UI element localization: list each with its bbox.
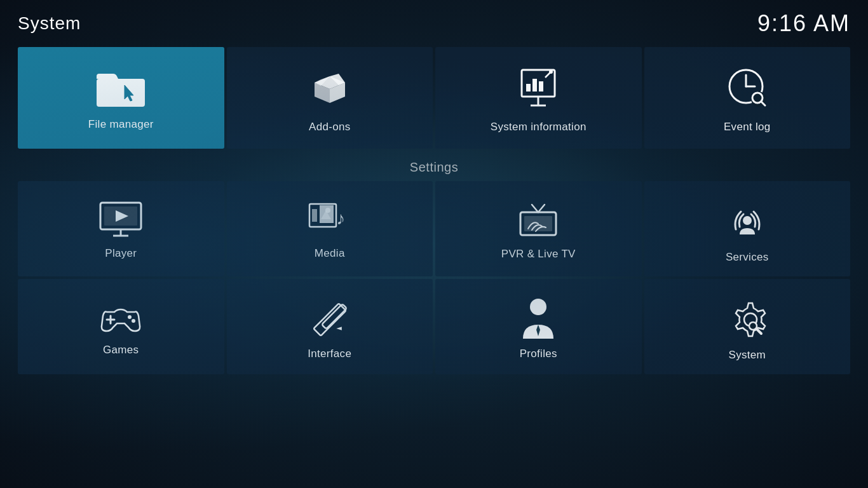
svg-point-25 — [325, 208, 330, 213]
addons-icon — [307, 65, 353, 111]
tile-pvr-live-tv[interactable]: PVR & Live TV — [435, 181, 642, 276]
page-title: System — [18, 13, 81, 34]
clock: 9:16 AM — [757, 10, 850, 37]
tile-file-manager-label: File manager — [88, 118, 154, 131]
svg-rect-0 — [97, 79, 145, 107]
tile-file-manager[interactable]: File manager — [18, 47, 224, 149]
settings-row2-grid: Games Interface Profiles — [0, 279, 868, 374]
profiles-icon — [519, 295, 557, 339]
tile-system-info-label: System information — [491, 121, 587, 133]
svg-marker-38 — [336, 325, 343, 332]
tile-event-log-label: Event log — [724, 121, 771, 133]
system-info-icon — [515, 65, 561, 111]
interface-icon — [307, 295, 353, 339]
services-icon — [724, 196, 770, 242]
svg-point-9 — [549, 70, 553, 74]
svg-point-34 — [128, 315, 132, 319]
svg-point-31 — [743, 216, 752, 225]
tile-system-label: System — [729, 349, 766, 362]
tile-games-label: Games — [103, 344, 139, 356]
tile-games[interactable]: Games — [18, 279, 224, 374]
settings-row1-grid: Player ♪ Media — [0, 181, 868, 276]
tile-media[interactable]: ♪ Media — [227, 181, 433, 276]
settings-section-title: Settings — [0, 160, 868, 175]
pvr-icon — [515, 200, 561, 239]
svg-rect-7 — [539, 81, 543, 92]
svg-point-43 — [749, 322, 757, 330]
tile-interface-label: Interface — [308, 348, 351, 360]
svg-line-28 — [538, 205, 545, 212]
tile-event-log[interactable]: Event log — [644, 47, 851, 149]
tile-profiles-label: Profiles — [520, 348, 557, 360]
svg-rect-22 — [312, 209, 317, 222]
tile-player-label: Player — [105, 247, 137, 260]
tile-media-label: Media — [315, 247, 345, 260]
tile-profiles[interactable]: Profiles — [435, 279, 642, 374]
tile-add-ons[interactable]: Add-ons — [227, 47, 433, 149]
folder-icon — [95, 67, 146, 108]
header: System 9:16 AM — [0, 0, 868, 47]
tile-add-ons-label: Add-ons — [309, 121, 350, 133]
tile-system-information[interactable]: System information — [435, 47, 642, 149]
games-icon — [98, 299, 144, 335]
player-icon — [98, 200, 144, 238]
media-icon: ♪ — [307, 200, 353, 238]
svg-text:♪: ♪ — [336, 208, 345, 228]
svg-point-35 — [132, 319, 135, 323]
tile-services[interactable]: Services — [644, 181, 851, 276]
svg-rect-36 — [313, 304, 346, 336]
svg-point-39 — [530, 299, 546, 315]
svg-line-8 — [545, 72, 550, 78]
svg-rect-6 — [532, 79, 537, 92]
tile-interface[interactable]: Interface — [227, 279, 433, 374]
top-tiles-grid: File manager Add-ons — [0, 47, 868, 149]
system-icon — [724, 294, 770, 340]
tile-player[interactable]: Player — [18, 181, 224, 276]
svg-rect-5 — [526, 84, 531, 92]
tile-pvr-label: PVR & Live TV — [501, 248, 576, 261]
event-log-icon — [724, 65, 770, 111]
tile-system[interactable]: System — [644, 279, 851, 374]
svg-line-27 — [532, 205, 538, 212]
tile-services-label: Services — [726, 251, 769, 264]
